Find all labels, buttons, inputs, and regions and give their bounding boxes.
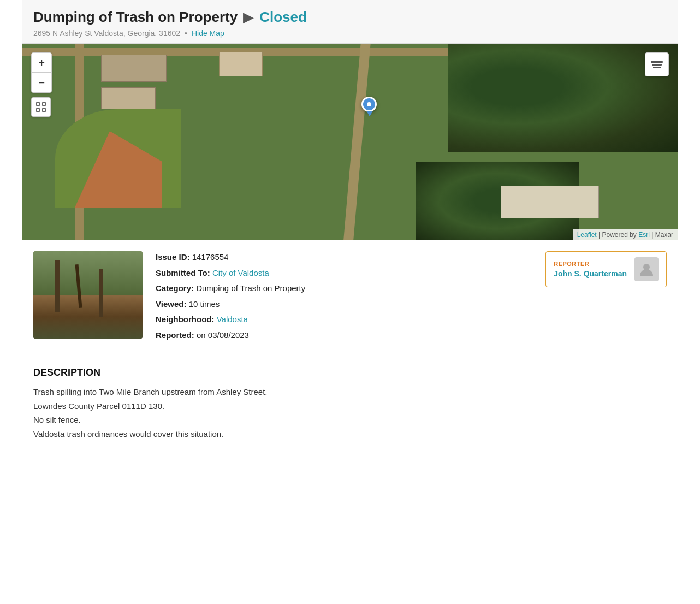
reported-label: Reported: (156, 330, 197, 340)
photo-ground (33, 295, 143, 339)
map-attribution: Leaflet | Powered by Esri | Maxar (573, 229, 678, 240)
status-badge: Closed (259, 9, 307, 26)
map-zoom-box: + − (31, 52, 52, 93)
submitted-label: Submitted To: (156, 268, 212, 277)
map-fullscreen-button[interactable] (31, 97, 51, 117)
fullscreen-icon (36, 102, 46, 112)
reported-row: Reported: on 03/08/2023 (156, 329, 532, 342)
issue-meta: Issue ID: 14176554 Submitted To: City of… (156, 251, 532, 345)
reporter-avatar (634, 257, 659, 281)
map-controls: + − (31, 52, 52, 117)
map-pin-circle (361, 97, 377, 112)
address-text: 2695 N Ashley St Valdosta, Georgia, 3160… (33, 29, 180, 38)
map-building-4 (501, 186, 599, 218)
map-zoom-in-button[interactable]: + (32, 53, 51, 73)
attribution-maxar: | Maxar (651, 231, 673, 239)
description-section: DESCRIPTION Trash spilling into Two Mile… (22, 356, 678, 452)
avatar-icon (639, 262, 654, 277)
submitted-row: Submitted To: City of Valdosta (156, 267, 532, 280)
map-trees-upper-right (448, 44, 678, 152)
issue-id-row: Issue ID: 14176554 (156, 251, 532, 264)
reported-value: on 03/08/2023 (197, 330, 249, 340)
issue-photo[interactable] (33, 251, 143, 339)
category-row: Category: Dumping of Trash on Property (156, 282, 532, 295)
leaflet-link[interactable]: Leaflet (577, 231, 597, 239)
issue-title: Dumping of Trash on Property (33, 9, 238, 26)
header-subtitle: 2695 N Ashley St Valdosta, Georgia, 3160… (33, 29, 667, 38)
viewed-label: Viewed: (156, 299, 189, 309)
details-section: Issue ID: 14176554 Submitted To: City of… (22, 240, 678, 356)
map-building-1 (101, 55, 167, 82)
issue-id-label: Issue ID: (156, 252, 192, 262)
description-title: DESCRIPTION (33, 367, 667, 378)
layers-icon (651, 61, 663, 68)
neighborhood-row: Neighborhood: Valdosta (156, 313, 532, 326)
separator: • (185, 29, 187, 38)
page-title: Dumping of Trash on Property ▶ Closed (33, 9, 667, 26)
reporter-info: REPORTER John S. Quarterman (554, 260, 627, 278)
attribution-separator: | Powered by (598, 231, 638, 239)
svg-rect-1 (43, 103, 45, 105)
viewed-value: 10 times (189, 299, 220, 309)
issue-id-value: 14176554 (192, 252, 229, 262)
map-container[interactable]: + − Leaflet | Powered b (22, 44, 678, 240)
map-layers-button[interactable] (645, 52, 669, 76)
map-pin-tail (366, 111, 373, 116)
reporter-label: REPORTER (554, 260, 627, 267)
map-road-diagonal (329, 44, 373, 240)
photo-background (33, 251, 143, 339)
map-pin-dot (367, 102, 371, 106)
reporter-name[interactable]: John S. Quarterman (554, 269, 627, 278)
reporter-box: REPORTER John S. Quarterman (545, 251, 667, 287)
svg-rect-2 (37, 109, 39, 111)
submitted-value[interactable]: City of Valdosta (212, 268, 269, 277)
neighborhood-label: Neighborhood: (156, 315, 217, 324)
category-value: Dumping of Trash on Property (196, 283, 305, 293)
svg-rect-3 (43, 109, 45, 111)
map-aerial (22, 44, 678, 240)
map-building-2 (101, 87, 156, 109)
category-label: Category: (156, 283, 196, 293)
photo-trunk-1 (55, 260, 60, 312)
page-wrapper: Dumping of Trash on Property ▶ Closed 26… (22, 0, 678, 452)
chevron-icon: ▶ (243, 9, 254, 26)
header-section: Dumping of Trash on Property ▶ Closed 26… (22, 0, 678, 44)
map-zoom-out-button[interactable]: − (32, 73, 51, 92)
map-location-pin[interactable] (361, 97, 378, 119)
esri-link[interactable]: Esri (638, 231, 650, 239)
viewed-row: Viewed: 10 times (156, 298, 532, 311)
description-text: Trash spilling into Two Mile Branch upst… (33, 385, 667, 441)
photo-trunk-3 (99, 269, 103, 317)
map-building-3 (219, 52, 263, 76)
neighborhood-value[interactable]: Valdosta (217, 315, 248, 324)
hide-map-link[interactable]: Hide Map (192, 29, 224, 38)
svg-rect-0 (37, 103, 39, 105)
